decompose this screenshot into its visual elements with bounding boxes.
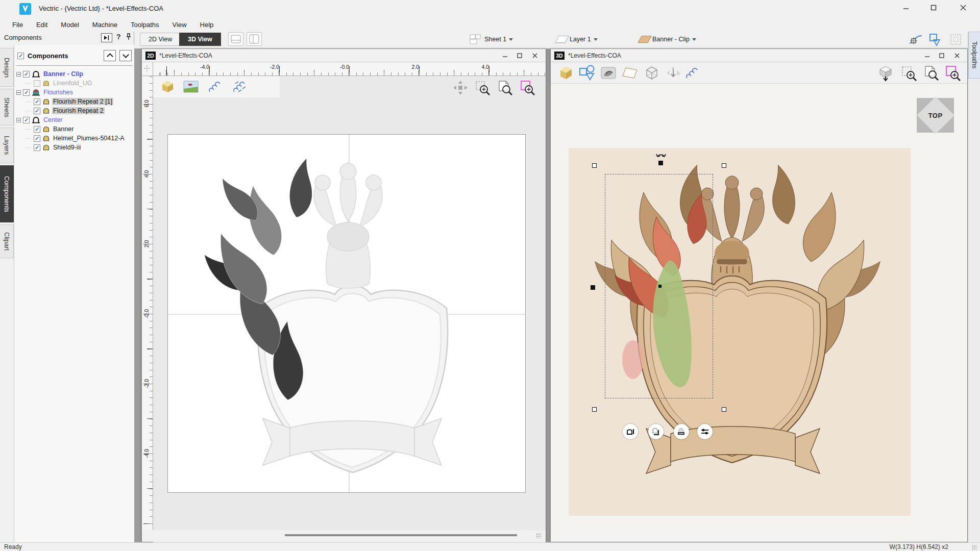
job-area-2d[interactable] [167,134,526,493]
sheet-selector[interactable]: Sheet 1 [469,33,513,45]
close-button[interactable] [951,51,963,61]
side-tab-sheets[interactable]: Sheets [0,89,14,126]
side-tab-design[interactable]: Design [0,48,14,87]
selection-handle-top-center[interactable] [658,161,663,165]
tree-item-banner[interactable]: ✓ Banner [16,124,134,134]
selection-handle-top-right[interactable] [722,163,726,168]
horizontal-scrollbar[interactable] [285,534,517,536]
tab-2d-view[interactable]: 2D View [140,33,181,46]
zoom-to-drawing-icon[interactable] [921,64,942,82]
menu-edit[interactable]: Edit [30,19,54,31]
zoom-to-selection-icon[interactable] [519,79,537,96]
zoom-to-selection-icon[interactable] [943,64,963,82]
pin-icon[interactable] [126,33,132,43]
combine-subtract-button[interactable] [648,424,664,439]
move-up-button[interactable] [104,50,116,61]
menu-machine[interactable]: Machine [86,19,124,31]
components-master-checkbox[interactable]: ✓ [17,53,24,59]
selection-handle-bottom-left[interactable] [592,407,597,412]
visibility-checkbox[interactable]: ✓ [34,126,40,133]
relief-preview-icon[interactable] [599,65,618,81]
minimize-button[interactable] [921,51,934,61]
help-icon[interactable]: ? [116,33,121,41]
visibility-checkbox[interactable]: ✓ [34,135,40,142]
menu-help[interactable]: Help [194,19,220,31]
toolpath-drawing-2-icon[interactable] [231,78,249,95]
bitmap-preview-icon[interactable] [182,79,200,94]
flat-plane-icon[interactable] [620,65,640,81]
expand-toggle-icon[interactable] [16,72,21,77]
view-2d-canvas[interactable] [153,76,546,530]
tree-item-flourishes[interactable]: ✓ Flourishes [16,88,134,97]
tree-item-center[interactable]: ✓ Center [16,115,134,124]
tab-3d-view[interactable]: 3D View [179,33,221,46]
drape-z-axis-icon[interactable]: zx [664,65,682,81]
side-tab-clipart[interactable]: Clipart [0,224,14,258]
minimize-button[interactable] [499,51,511,61]
selection-handle-bottom-right[interactable] [722,407,726,412]
menu-toolpaths[interactable]: Toolpaths [125,19,165,31]
menu-model[interactable]: Model [55,19,85,31]
snap-to-curve-icon[interactable] [908,33,924,47]
window-resize-grip[interactable] [972,545,977,550]
visibility-checkbox[interactable]: ✓ [34,98,40,105]
maximize-button[interactable] [513,51,526,61]
zoom-box-icon[interactable] [474,79,492,96]
close-button[interactable] [529,51,541,61]
toolpaths-tab[interactable]: Toolpaths [968,32,980,79]
tree-item-flourish-repeat-2-1[interactable]: ✓ Flourish Repeat 2 [1] [16,97,134,106]
visibility-checkbox[interactable]: ✓ [34,144,40,151]
toolpath-drawing-icon[interactable] [682,64,702,82]
visibility-checkbox[interactable] [34,80,40,87]
visibility-checkbox[interactable]: ✓ [23,117,30,123]
expand-toggle-icon[interactable] [16,90,21,95]
zoom-box-icon[interactable] [899,64,919,82]
pan-view-icon[interactable] [451,79,470,96]
ruler-label: -0.0 [143,308,150,320]
selection-handle-top-left[interactable] [592,163,597,168]
tree-item-helmet-plumes[interactable]: ✓ Helmet_Plumes-50412-A [16,134,134,143]
selection-handle-left-middle[interactable] [591,285,595,290]
combine-merge-button[interactable] [674,424,689,439]
move-down-button[interactable] [119,50,132,61]
expand-toggle-icon[interactable] [16,118,21,122]
zoom-to-drawing-icon[interactable] [496,79,514,96]
visibility-checkbox[interactable]: ✓ [23,89,30,96]
combine-add-button[interactable] [623,424,638,439]
tree-item-flourish-repeat-2[interactable]: ✓ Flourish Repeat 2 [16,106,134,115]
visibility-checkbox[interactable]: ✓ [23,71,30,78]
material-block-icon[interactable] [158,78,177,95]
material-block-icon[interactable] [556,64,575,82]
component-properties-button[interactable] [697,424,713,439]
split-pane-layout-button[interactable] [247,32,262,46]
view-3d-titlebar[interactable]: 3D *Level-Effects-COA [551,49,967,62]
view-orientation-cube[interactable]: TOP [917,98,954,133]
tree-item-banner-clip[interactable]: ✓ Banner - Clip [16,69,134,79]
maximize-button[interactable] [936,51,948,61]
rotate-handle-icon[interactable] [656,151,666,160]
selection-center-point[interactable] [658,285,662,288]
tree-item-linenfold[interactable]: Linenfold_UG [16,79,134,88]
side-tab-layers[interactable]: Layers [0,128,14,163]
snap-grid-icon-disabled[interactable] [948,33,964,47]
level-selector[interactable]: Banner - Clip [640,33,696,45]
collapse-panel-icon[interactable] [101,33,112,42]
view-3d-viewport[interactable]: TOP [551,84,967,542]
snap-to-geometry-icon[interactable] [927,33,943,47]
set-view-direction-icon[interactable] [875,64,896,82]
view-2d-titlebar[interactable]: 2D *Level-Effects-COA [142,49,546,62]
wireframe-cube-icon[interactable] [642,64,661,82]
tree-item-shield9[interactable]: ✓ Shield9-iii [16,143,134,152]
close-button[interactable] [951,0,975,15]
menu-view[interactable]: View [166,19,193,31]
layer-selector[interactable]: Layer 1 [557,33,598,45]
toolpath-drawing-icon[interactable] [206,78,225,95]
resize-grip[interactable] [536,533,541,538]
minimize-button[interactable] [894,0,918,15]
visibility-checkbox[interactable]: ✓ [34,108,40,114]
single-pane-layout-button[interactable] [228,32,243,46]
menu-file[interactable]: File [6,19,29,31]
draw-shapes-icon[interactable] [577,64,597,82]
maximize-button[interactable] [922,0,945,15]
side-tab-components[interactable]: Components [0,165,14,222]
